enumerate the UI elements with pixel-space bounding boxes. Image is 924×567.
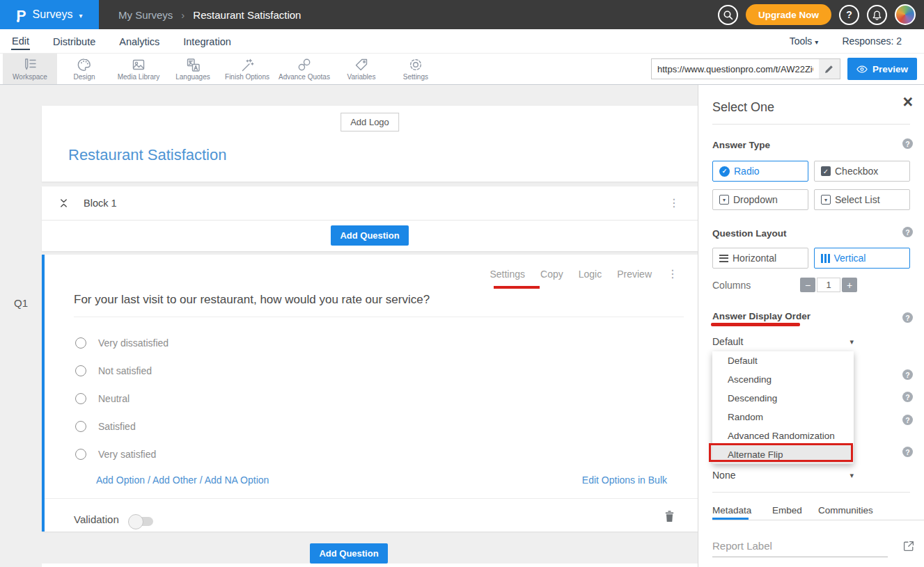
breadcrumb-my-surveys[interactable]: My Surveys — [118, 9, 173, 21]
decrease-columns-button[interactable]: − — [800, 278, 815, 292]
question-text[interactable]: For your last visit to our restaurant, h… — [74, 293, 430, 307]
answer-option-row[interactable]: Very satisfied — [75, 449, 156, 460]
product-menu[interactable]: P Surveys ▾ — [0, 0, 99, 29]
toolbar-item-languages[interactable]: Languages — [166, 54, 220, 84]
toolbar-item-finish-options[interactable]: Finish Options — [220, 54, 274, 84]
answer-type-dropdown-button[interactable]: ▾ Dropdown — [712, 189, 808, 210]
layout-vertical-button[interactable]: Vertical — [814, 248, 910, 269]
answer-display-order-help-icon[interactable]: ? — [902, 312, 913, 323]
answer-type-checkbox-button[interactable]: ✓ Checkbox — [814, 161, 910, 182]
radio-circle-icon[interactable] — [75, 449, 86, 460]
answer-option-row[interactable]: Satisfied — [75, 421, 136, 432]
responses-count[interactable]: Responses: 2 — [842, 35, 902, 47]
radio-circle-icon[interactable] — [75, 365, 86, 376]
setting-help-icon[interactable]: ? — [902, 415, 913, 425]
account-avatar[interactable] — [895, 4, 916, 25]
question-tab-settings[interactable]: Settings — [490, 269, 525, 280]
question-tab-logic[interactable]: Logic — [579, 269, 602, 280]
answer-type-label: Answer Type — [712, 140, 770, 150]
close-panel-button[interactable]: × — [902, 93, 913, 111]
breadcrumb-separator-icon: › — [181, 9, 185, 21]
toolbar-item-media-library[interactable]: Media Library — [111, 54, 166, 84]
secondary-select[interactable]: None ▾ — [712, 470, 854, 481]
block-name[interactable]: Block 1 — [84, 198, 117, 209]
validation-toggle[interactable] — [130, 517, 153, 526]
radio-circle-icon[interactable] — [75, 337, 86, 349]
survey-title[interactable]: Restaurant Satisfaction — [68, 146, 226, 164]
tools-menu[interactable]: Tools▾ — [790, 35, 819, 47]
panel-tab-communities[interactable]: Communities — [818, 505, 873, 516]
delete-question-button[interactable] — [664, 509, 675, 526]
dropdown-option-advanced-randomization[interactable]: Advanced Randomization — [712, 426, 854, 445]
tab-edit[interactable]: Edit — [11, 32, 30, 50]
tab-integration[interactable]: Integration — [182, 33, 232, 49]
tab-distribute[interactable]: Distribute — [52, 33, 96, 49]
report-label-input[interactable] — [712, 540, 888, 557]
survey-url-input[interactable] — [652, 59, 819, 79]
tabs-divider — [712, 520, 924, 520]
search-button[interactable] — [718, 5, 738, 25]
setting-help-icon[interactable]: ? — [902, 447, 913, 457]
toolbar-item-advance-quotas[interactable]: Advance Quotas — [274, 54, 334, 84]
toolbar-item-design[interactable]: Design — [57, 54, 111, 84]
panel-tab-embed[interactable]: Embed — [772, 505, 802, 516]
upgrade-now-button[interactable]: Upgrade Now — [746, 4, 831, 25]
question-number: Q1 — [14, 297, 28, 309]
toolbar-item-variables[interactable]: Variables — [334, 54, 389, 84]
question-settings-panel: Select One × Answer Type ? ✓ Radio ✓ Che… — [698, 85, 924, 567]
toolbar-item-workspace[interactable]: Workspace — [3, 54, 57, 84]
add-question-button-top[interactable]: Add Question — [331, 225, 408, 246]
dropdown-option-random[interactable]: Random — [712, 408, 854, 426]
edit-options-in-bulk-link[interactable]: Edit Options in Bulk — [582, 474, 667, 486]
dropdown-icon: ▾ — [719, 195, 729, 205]
edit-url-button[interactable] — [819, 59, 840, 79]
radio-circle-icon[interactable] — [75, 393, 86, 404]
image-icon — [131, 57, 146, 72]
setting-help-icon[interactable]: ? — [902, 392, 913, 402]
answer-option-row[interactable]: Neutral — [75, 393, 130, 404]
expand-report-label-button[interactable] — [903, 541, 914, 552]
radio-circle-icon[interactable] — [75, 421, 86, 432]
eye-icon — [856, 65, 868, 73]
panel-tab-metadata[interactable]: Metadata — [712, 505, 751, 516]
columns-value[interactable]: 1 — [817, 278, 840, 292]
add-logo-button[interactable]: Add Logo — [340, 113, 399, 131]
breadcrumb-current-survey: Restaurant Satisfaction — [193, 9, 301, 21]
dropdown-option-alternate-flip[interactable]: Alternate Flip — [712, 445, 854, 464]
answer-type-select-list-button[interactable]: ▾ Select List — [814, 189, 910, 210]
help-button[interactable]: ? — [839, 5, 859, 25]
add-other-link[interactable]: Add Other — [152, 474, 197, 486]
add-question-button-bottom[interactable]: Add Question — [310, 543, 387, 564]
answer-type-radio-button[interactable]: ✓ Radio — [712, 161, 808, 182]
dropdown-option-descending[interactable]: Descending — [712, 389, 854, 408]
preview-button[interactable]: Preview — [847, 58, 917, 80]
dropdown-option-default[interactable]: Default — [712, 351, 854, 370]
add-option-link[interactable]: Add Option — [96, 474, 145, 486]
question-layout-help-icon[interactable]: ? — [902, 227, 913, 237]
notifications-button[interactable] — [867, 5, 887, 25]
toolbar-item-settings[interactable]: Settings — [389, 54, 443, 84]
collapse-icon — [59, 198, 68, 209]
layout-horizontal-button[interactable]: Horizontal — [712, 248, 808, 269]
tab-analytics[interactable]: Analytics — [118, 33, 160, 49]
dropdown-option-ascending[interactable]: Ascending — [712, 370, 854, 389]
add-na-option-link[interactable]: Add NA Option — [205, 474, 269, 486]
question-tab-preview[interactable]: Preview — [617, 269, 652, 280]
slash-separator: / — [200, 474, 205, 486]
answer-display-order-select[interactable]: Default ▾ — [712, 336, 854, 347]
survey-header-card: Add Logo Restaurant Satisfaction — [42, 106, 698, 182]
setting-help-icon[interactable]: ? — [902, 369, 913, 380]
answer-option-row[interactable]: Very dissatisfied — [75, 337, 169, 349]
external-link-icon — [903, 541, 914, 552]
collapse-block-button[interactable] — [59, 198, 68, 209]
block-menu-button[interactable]: ⋮ — [668, 198, 680, 209]
question-tab-copy[interactable]: Copy — [540, 269, 563, 280]
answer-type-help-icon[interactable]: ? — [902, 138, 913, 149]
question-menu-button[interactable]: ⋮ — [667, 269, 678, 280]
increase-columns-button[interactable]: + — [842, 278, 857, 292]
select-list-icon: ▾ — [821, 195, 831, 205]
answer-display-order-annotation-underline — [711, 323, 800, 326]
answer-option-row[interactable]: Not satisfied — [75, 365, 152, 376]
block-header: Block 1 ⋮ — [42, 186, 698, 221]
question-action-tabs: Settings Copy Logic Preview ⋮ — [490, 269, 678, 280]
